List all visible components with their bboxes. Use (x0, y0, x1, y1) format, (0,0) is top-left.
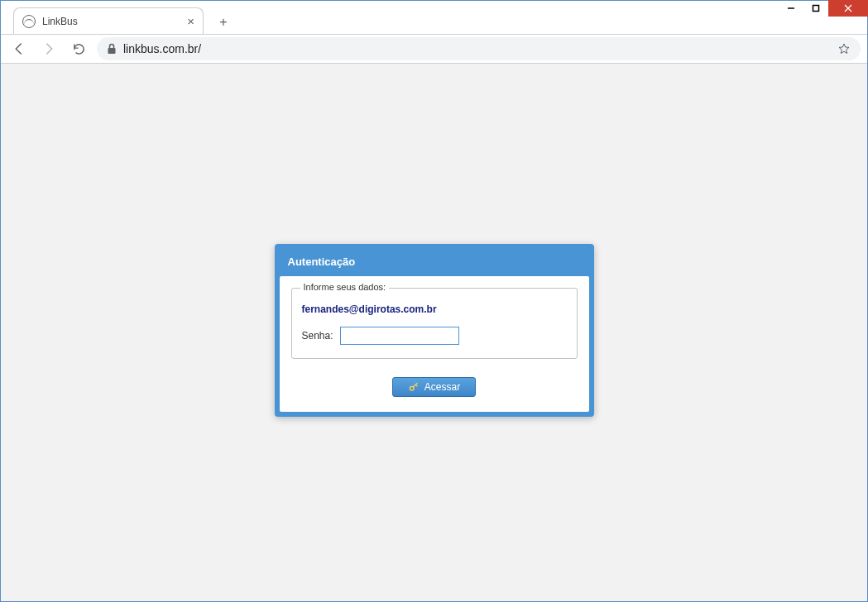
tab-title: LinkBus (42, 16, 78, 27)
window-close-button[interactable] (828, 0, 868, 17)
auth-panel-title: Autenticação (280, 249, 589, 276)
submit-button-label: Acessar (424, 381, 460, 393)
page-content: Autenticação Informe seus dados: fernand… (1, 64, 867, 601)
browser-tab[interactable]: LinkBus × (13, 7, 204, 34)
window-controls (779, 0, 868, 17)
tab-bar: LinkBus × + (1, 1, 867, 34)
password-label: Senha: (302, 330, 333, 342)
auth-panel-body: Informe seus dados: fernandes@digirotas.… (280, 276, 589, 412)
reload-button[interactable] (67, 37, 90, 60)
window-maximize-button[interactable] (803, 0, 828, 17)
key-icon (408, 381, 420, 393)
close-tab-icon[interactable]: × (187, 14, 194, 28)
toolbar: linkbus.com.br/ (1, 34, 867, 64)
auth-panel: Autenticação Informe seus dados: fernand… (275, 244, 594, 417)
submit-button[interactable]: Acessar (392, 377, 476, 397)
forward-button[interactable] (37, 37, 60, 60)
svg-rect-1 (813, 6, 819, 12)
password-row: Senha: (302, 327, 567, 345)
fieldset-legend: Informe seus dados: (300, 282, 390, 292)
lock-icon (107, 43, 117, 55)
email-display: fernandes@digirotas.com.br (302, 303, 567, 315)
bookmark-star-icon[interactable] (837, 42, 851, 55)
credentials-fieldset: Informe seus dados: fernandes@digirotas.… (291, 288, 578, 359)
svg-rect-4 (108, 48, 116, 54)
globe-icon (22, 15, 36, 28)
window-minimize-button[interactable] (779, 0, 803, 17)
back-button[interactable] (7, 37, 31, 60)
button-row: Acessar (291, 377, 578, 397)
address-bar[interactable]: linkbus.com.br/ (97, 37, 861, 60)
url-text: linkbus.com.br/ (123, 42, 201, 55)
new-tab-button[interactable]: + (212, 11, 235, 34)
password-input[interactable] (340, 327, 459, 345)
